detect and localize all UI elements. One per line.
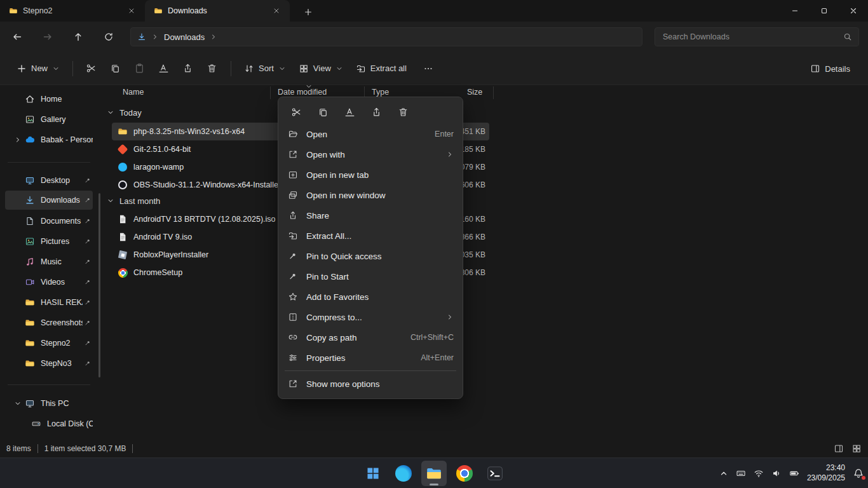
column-type[interactable]: Type xyxy=(372,88,389,97)
context-menu-item-properties[interactable]: Properties Alt+Enter xyxy=(281,348,460,368)
edge-icon[interactable] xyxy=(391,461,416,486)
tab-stepno2[interactable]: Stepno2 xyxy=(0,0,145,22)
context-menu-item-open[interactable]: Open Enter xyxy=(281,124,460,144)
paste-button[interactable] xyxy=(128,57,151,80)
copy-button[interactable] xyxy=(313,103,333,121)
address-bar[interactable]: Downloads xyxy=(130,27,642,46)
context-menu-item-copy-as-path[interactable]: Copy as path Ctrl+Shift+C xyxy=(281,327,460,348)
new-tab-button[interactable] xyxy=(299,3,318,22)
sidebar-item-screenshots[interactable]: Screenshots xyxy=(5,313,93,332)
volume-icon[interactable] xyxy=(771,468,782,478)
column-name[interactable]: Name xyxy=(123,88,144,97)
column-date-modified[interactable]: Date modified xyxy=(278,88,327,97)
group-header-last-month[interactable]: Last month xyxy=(107,193,160,209)
notifications-button[interactable] xyxy=(853,468,864,479)
sort-indicator-icon xyxy=(305,83,313,90)
chevron-right-icon[interactable] xyxy=(14,136,24,144)
close-button[interactable] xyxy=(839,0,868,22)
sidebar-item-stepno3[interactable]: StepNo3 xyxy=(5,354,93,373)
submenu-chevron-icon xyxy=(446,313,454,321)
context-menu-item-compress-to[interactable]: Compress to... xyxy=(281,307,460,327)
tab-downloads[interactable]: Downloads xyxy=(145,0,290,22)
new-button[interactable]: New xyxy=(10,57,66,80)
details-view-toggle-icon[interactable] xyxy=(834,444,844,454)
chrome-icon[interactable] xyxy=(452,461,477,486)
share-button[interactable] xyxy=(176,57,199,80)
file-explorer-icon[interactable] xyxy=(421,461,447,486)
context-menu-item-open-in-new-tab[interactable]: Open in new tab xyxy=(281,165,460,185)
details-pane-button[interactable]: Details xyxy=(804,57,857,80)
home-icon xyxy=(24,94,36,104)
folder-icon xyxy=(24,358,36,369)
refresh-button[interactable] xyxy=(98,26,119,48)
context-menu-item-share[interactable]: Share xyxy=(281,205,460,226)
submenu-chevron-icon xyxy=(446,151,454,158)
delete-button[interactable] xyxy=(200,57,223,80)
sidebar-item-music[interactable]: Music xyxy=(5,252,93,271)
column-size[interactable]: Size xyxy=(467,88,482,97)
sidebar-item-pictures[interactable]: Pictures xyxy=(5,232,93,251)
rename-button[interactable] xyxy=(152,57,175,80)
maximize-button[interactable] xyxy=(810,0,839,22)
back-button[interactable] xyxy=(6,26,28,48)
context-menu-item-open-with[interactable]: Open with xyxy=(281,144,460,165)
context-menu-item-show-more-options[interactable]: Show more options xyxy=(281,374,460,394)
search-input[interactable] xyxy=(661,32,843,42)
group-header-today[interactable]: Today xyxy=(107,104,142,121)
taskbar-clock[interactable]: 23:40 23/09/2025 xyxy=(807,463,845,483)
wifi-icon[interactable] xyxy=(754,468,764,478)
tab-close-button[interactable] xyxy=(125,4,139,18)
obs-installer-icon xyxy=(117,180,128,189)
copy-button[interactable] xyxy=(104,57,126,80)
sidebar-item-this-pc[interactable]: This PC xyxy=(5,394,93,413)
start-button[interactable] xyxy=(360,461,386,486)
cut-button[interactable] xyxy=(79,57,102,80)
delete-button[interactable] xyxy=(393,103,413,121)
hidden-icons-chevron[interactable] xyxy=(719,469,728,478)
chevron-down-icon[interactable] xyxy=(14,400,24,407)
sidebar-item-videos[interactable]: Videos xyxy=(5,273,93,292)
sidebar-item-stepno2[interactable]: Stepno2 xyxy=(5,334,93,353)
context-menu-item-open-in-new-window[interactable]: Open in new window xyxy=(281,185,460,205)
git-installer-icon xyxy=(117,146,128,153)
view-label: View xyxy=(313,64,331,73)
thumbnail-view-toggle-icon[interactable] xyxy=(851,444,862,454)
rename-button[interactable] xyxy=(339,103,360,121)
sidebar-item-documents[interactable]: Documents xyxy=(5,212,93,231)
minimize-button[interactable] xyxy=(780,0,810,22)
battery-icon[interactable] xyxy=(789,468,799,478)
column-divider[interactable] xyxy=(270,86,271,99)
context-menu-item-extract-all[interactable]: Extract All... xyxy=(281,226,460,246)
context-menu-item-pin-to-start[interactable]: Pin to Start xyxy=(281,266,460,287)
sidebar-scrollbar[interactable] xyxy=(98,193,100,377)
sort-button[interactable]: Sort xyxy=(238,57,292,80)
tab-close-button[interactable] xyxy=(269,4,283,18)
cut-button[interactable] xyxy=(286,103,306,121)
sidebar-item-onedrive[interactable]: Babak - Persona xyxy=(5,130,93,149)
sidebar-item-downloads[interactable]: Downloads xyxy=(5,191,93,210)
pin-icon xyxy=(83,177,93,184)
share-button[interactable] xyxy=(366,103,386,121)
sidebar-item-gallery[interactable]: Gallery xyxy=(5,110,93,129)
more-options-button[interactable] xyxy=(417,57,440,80)
zip-icon xyxy=(287,312,299,322)
sidebar-item-local-disk-c[interactable]: Local Disk (C:) xyxy=(5,414,93,433)
view-button[interactable]: View xyxy=(292,57,349,80)
terminal-icon[interactable] xyxy=(482,461,508,486)
column-divider[interactable] xyxy=(493,86,494,99)
sidebar-item-hasil-rekam[interactable]: HASIL REKAM xyxy=(5,293,93,312)
sidebar-item-desktop[interactable]: Desktop xyxy=(5,171,93,190)
context-menu-item-add-to-favorites[interactable]: Add to Favorites xyxy=(281,287,460,307)
touch-keyboard-icon[interactable] xyxy=(736,468,746,478)
path-icon xyxy=(287,332,299,342)
details-pane-icon xyxy=(810,64,820,74)
breadcrumb-downloads[interactable]: Downloads xyxy=(164,32,205,42)
context-menu-item-pin-to-quick-access[interactable]: Pin to Quick access xyxy=(281,246,460,266)
up-button[interactable] xyxy=(67,26,89,48)
extract-icon xyxy=(287,231,299,241)
location-downloads-icon xyxy=(137,32,146,41)
forward-button[interactable] xyxy=(37,26,58,48)
sidebar-item-home[interactable]: Home xyxy=(5,90,93,109)
search-box[interactable] xyxy=(654,27,859,46)
extract-all-button[interactable]: Extract all xyxy=(349,57,413,80)
